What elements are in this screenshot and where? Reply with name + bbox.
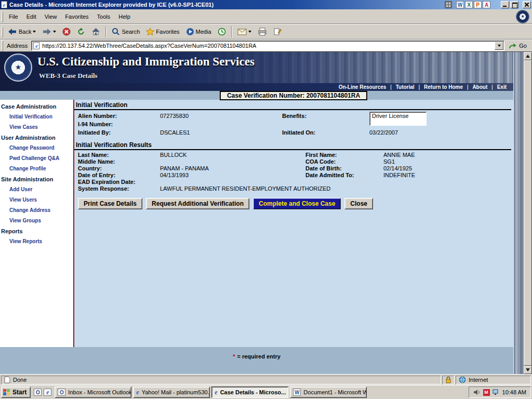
mail-dropdown-icon[interactable] xyxy=(248,31,251,33)
nav-link-tutorial[interactable]: Tutorial xyxy=(396,84,415,90)
complete-and-close-case-button[interactable]: Complete and Close Case xyxy=(253,198,341,209)
refresh-button[interactable] xyxy=(74,25,88,38)
sidebar-item-change-password[interactable]: Change Password xyxy=(0,143,73,153)
favorites-button[interactable]: Favorites xyxy=(143,25,182,38)
history-button[interactable] xyxy=(215,25,229,38)
menu-favorites[interactable]: Favorites xyxy=(61,12,92,21)
menu-tools[interactable]: Tools xyxy=(93,12,115,21)
address-url[interactable]: https://20.137.54.22/WebThree/CaseDetail… xyxy=(42,43,256,49)
coa-code-label: COA Code: xyxy=(305,158,383,165)
go-button[interactable]: Go xyxy=(504,42,532,49)
nav-link-online-resources[interactable]: On-Line Resources xyxy=(339,84,387,90)
sidebar-navigation: Case Administration Initial Verification… xyxy=(0,100,73,347)
volume-icon[interactable] xyxy=(473,389,481,395)
titlebar-powerpoint-icon[interactable] xyxy=(474,1,482,8)
empty-cell xyxy=(383,179,513,185)
document-status-icon xyxy=(4,376,10,383)
edit-button[interactable] xyxy=(270,25,285,38)
titlebar-grid-icon[interactable] xyxy=(445,1,452,8)
taskbar-task-outlook[interactable]: Inbox - Microsoft Outlook xyxy=(55,387,131,398)
forward-arrow-icon xyxy=(42,28,51,36)
last-name-value: BULLOCK xyxy=(160,152,305,158)
task-label: Case Details - Microso... xyxy=(220,389,286,395)
menu-file[interactable]: File xyxy=(5,12,22,21)
go-arrow-icon xyxy=(509,42,517,49)
sidebar-item-change-address[interactable]: Change Address xyxy=(0,205,73,216)
date-of-birth-value: 02/14/1925 xyxy=(383,165,513,172)
menu-edit[interactable]: Edit xyxy=(22,12,41,21)
sidebar-item-add-user[interactable]: Add User xyxy=(0,184,73,195)
mail-button[interactable] xyxy=(234,25,255,38)
address-dropdown-button[interactable] xyxy=(495,42,503,50)
quick-launch-outlook-icon[interactable] xyxy=(34,389,42,396)
maximize-button[interactable] xyxy=(510,1,518,8)
task-label: Document1 - Microsoft W... xyxy=(303,389,367,395)
first-name-label: First Name: xyxy=(305,152,383,158)
back-dropdown-icon[interactable] xyxy=(33,31,36,33)
nav-link-about[interactable]: About xyxy=(472,84,487,90)
ie-icon xyxy=(136,389,139,396)
sidebar-item-view-reports[interactable]: View Reports xyxy=(0,236,73,247)
print-icon xyxy=(258,28,267,36)
scrollbar-thumb[interactable] xyxy=(524,60,532,366)
titlebar-word-icon[interactable] xyxy=(456,1,464,8)
middle-name-value xyxy=(160,158,305,165)
benefits-selected-option[interactable]: Driver License xyxy=(372,113,424,119)
start-button[interactable]: Start xyxy=(1,387,31,398)
quick-launch-ie-icon[interactable] xyxy=(44,389,51,396)
forward-dropdown-icon[interactable] xyxy=(53,31,56,33)
stop-icon xyxy=(62,28,71,36)
print-case-details-button[interactable]: Print Case Details xyxy=(78,198,142,209)
toolbar-separator xyxy=(105,26,107,37)
sidebar-item-view-users[interactable]: View Users xyxy=(0,195,73,205)
sidebar-item-view-cases[interactable]: View Cases xyxy=(0,122,73,132)
network-icon[interactable] xyxy=(493,389,500,395)
nav-link-separator: | xyxy=(491,84,493,90)
home-button[interactable] xyxy=(88,25,103,38)
scroll-up-button[interactable] xyxy=(524,52,532,60)
request-additional-verification-button[interactable]: Request Additional Verification xyxy=(146,198,249,209)
ead-expiration-label: EAD Expiration Date: xyxy=(78,179,160,185)
titlebar-access-icon[interactable] xyxy=(483,1,490,8)
taskbar-task-word-document[interactable]: Document1 - Microsoft W... xyxy=(290,387,367,398)
page-banner: U.S. Citizenship and Immigration Service… xyxy=(0,52,513,83)
search-button[interactable]: Search xyxy=(109,25,143,38)
date-of-birth-label: Date of Birth: xyxy=(305,165,383,172)
benefits-listbox[interactable]: Driver License xyxy=(369,112,427,126)
mcafee-icon[interactable] xyxy=(483,389,490,396)
stop-button[interactable] xyxy=(59,25,74,38)
toolbar-grip[interactable] xyxy=(2,26,3,37)
date-of-entry-value: 04/13/1993 xyxy=(160,172,305,179)
address-input[interactable]: https://20.137.54.22/WebThree/CaseDetail… xyxy=(31,41,504,51)
system-tray: 10:48 AM xyxy=(469,387,531,398)
close-case-button[interactable]: Close xyxy=(344,198,373,209)
toolbar-grip[interactable] xyxy=(2,11,3,22)
toolbar-separator xyxy=(231,26,232,37)
sidebar-item-initial-verification[interactable]: Initial Verification xyxy=(0,112,73,122)
sidebar-item-view-groups[interactable]: View Groups xyxy=(0,216,73,226)
minimize-button[interactable] xyxy=(501,1,509,8)
media-button[interactable]: Media xyxy=(183,25,215,38)
vertical-scrollbar[interactable] xyxy=(524,52,532,374)
back-button[interactable]: Back xyxy=(5,25,39,38)
titlebar-shortcuts xyxy=(445,1,490,8)
print-button[interactable] xyxy=(255,25,270,38)
close-button[interactable] xyxy=(523,1,531,8)
nav-link-return-home[interactable]: Return to Home xyxy=(424,84,463,90)
menu-view[interactable]: View xyxy=(41,12,61,21)
sidebar-item-pwd-challenge-qa[interactable]: Pwd Challenge Q&A xyxy=(0,153,73,164)
sidebar-item-change-profile[interactable]: Change Profile xyxy=(0,164,73,174)
menu-help[interactable]: Help xyxy=(114,12,135,21)
forward-button[interactable] xyxy=(39,25,59,38)
taskbar-task-case-details[interactable]: Case Details - Microso... xyxy=(211,387,288,398)
zone-text: Internet xyxy=(469,377,488,383)
benefits-label: Benefits: xyxy=(282,112,369,120)
scroll-down-button[interactable] xyxy=(524,366,532,374)
toolbar-grip[interactable] xyxy=(2,41,3,51)
taskbar-clock[interactable]: 10:48 AM xyxy=(502,389,526,395)
taskbar-task-yahoo-mail[interactable]: Yahoo! Mail - platinum530... xyxy=(133,387,210,398)
lock-icon xyxy=(445,376,451,383)
titlebar-excel-icon[interactable] xyxy=(465,1,473,8)
globe-icon xyxy=(459,376,466,383)
nav-link-exit[interactable]: Exit xyxy=(497,84,507,90)
